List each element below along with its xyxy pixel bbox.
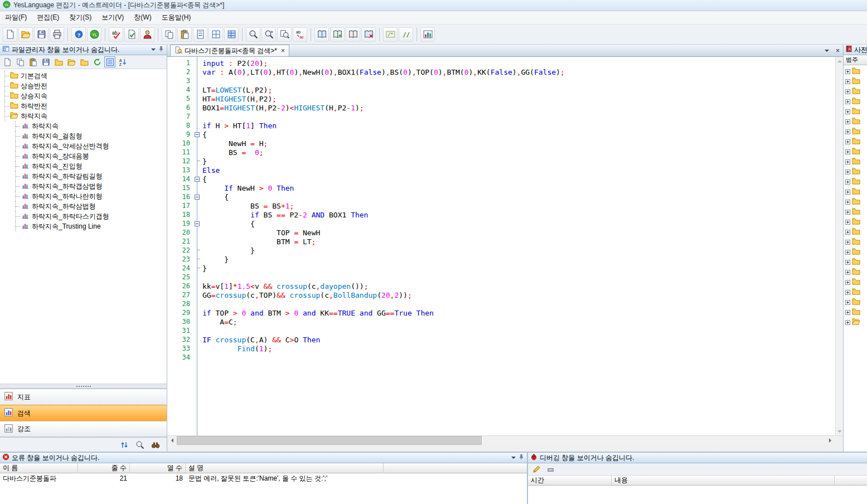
menu-window[interactable]: 창(W) xyxy=(129,11,156,25)
debug-log-save-button[interactable] xyxy=(531,464,542,475)
tree-item[interactable]: 하락지속 xyxy=(0,111,167,121)
dictionary-category-row[interactable] xyxy=(844,96,867,106)
yeslanguage-button[interactable]: YL xyxy=(87,27,101,42)
syntax-verify-button[interactable] xyxy=(124,27,139,42)
dictionary-category-row[interactable] xyxy=(844,297,867,307)
open-folder-button[interactable] xyxy=(66,56,77,67)
expand-plus-icon[interactable] xyxy=(845,180,850,185)
menu-view[interactable]: 보기(V) xyxy=(96,11,129,25)
expand-plus-icon[interactable] xyxy=(845,159,850,164)
dictionary-open-button[interactable] xyxy=(314,27,329,42)
panel-splitter[interactable] xyxy=(0,384,167,389)
expand-plus-icon[interactable] xyxy=(845,250,850,255)
tab-close-all-icon[interactable]: × xyxy=(836,47,840,55)
save-button[interactable] xyxy=(34,27,49,42)
grid-button[interactable] xyxy=(209,27,223,42)
tree-item[interactable]: 하락지속_하락타스키갭형 xyxy=(0,211,167,221)
dictionary-category-row[interactable] xyxy=(844,227,867,237)
debug-log-clear-button[interactable] xyxy=(545,464,556,475)
scroll-up-arrow[interactable] xyxy=(836,57,843,65)
hscroll-track[interactable] xyxy=(177,436,826,445)
sort-order-button[interactable] xyxy=(119,439,130,450)
dictionary-category-row[interactable] xyxy=(844,86,867,96)
copy-item-button[interactable] xyxy=(14,56,26,67)
error-panel-pin-icon[interactable] xyxy=(518,454,525,462)
dictionary-category-row[interactable] xyxy=(844,106,867,117)
tree-item[interactable]: 하락지속_하락삼법형 xyxy=(0,201,167,211)
editor-tab[interactable]: 다바스기준봉돌파<종목 검색>* × xyxy=(170,45,289,56)
dictionary-category-row[interactable] xyxy=(844,66,867,76)
expand-plus-icon[interactable] xyxy=(845,139,850,144)
code-editor[interactable]: 1input : P2(20);2var : A(0),LT(0),HT(0),… xyxy=(167,57,835,435)
find-next-button[interactable] xyxy=(261,27,276,42)
tab-list-chevron-icon[interactable] xyxy=(825,50,829,54)
expand-plus-icon[interactable] xyxy=(845,89,850,94)
report-button[interactable] xyxy=(420,27,435,42)
dictionary-category-row[interactable] xyxy=(844,247,867,257)
view-toggle-button[interactable] xyxy=(104,56,115,67)
menu-file[interactable]: 파일(F) xyxy=(0,11,32,25)
menu-find[interactable]: 찾기(S) xyxy=(64,11,96,25)
tree-item[interactable]: 하락지속_걸침형 xyxy=(0,131,167,141)
paste-button[interactable] xyxy=(177,27,192,42)
dictionary-category-row[interactable] xyxy=(844,317,867,327)
dictionary-category-row[interactable] xyxy=(844,287,867,297)
expand-plus-icon[interactable] xyxy=(845,109,850,114)
error-column-line[interactable]: 줄 수 xyxy=(78,463,130,473)
expand-plus-icon[interactable] xyxy=(845,210,850,215)
user-function-button[interactable] xyxy=(140,27,154,42)
expand-plus-icon[interactable] xyxy=(845,280,850,285)
fold-collapse-button[interactable] xyxy=(195,195,200,200)
up-folder-button[interactable] xyxy=(79,56,90,67)
dictionary-category-row[interactable] xyxy=(844,177,867,187)
fold-collapse-button[interactable] xyxy=(195,177,200,182)
nav-tab-indicator[interactable]: 지표 xyxy=(0,389,167,405)
dictionary-category-header[interactable]: 범주 xyxy=(844,55,867,65)
help-button[interactable]: ? xyxy=(71,27,86,42)
dictionary-category-row[interactable] xyxy=(844,207,867,217)
dictionary-category-row[interactable] xyxy=(844,217,867,227)
paste-item-button[interactable] xyxy=(27,56,38,67)
dictionary-category-row[interactable] xyxy=(844,187,867,197)
tree-item[interactable]: 상승지속 xyxy=(0,91,167,101)
dictionary-category-row[interactable] xyxy=(844,307,867,317)
table-button[interactable] xyxy=(224,27,239,42)
tree-item[interactable]: 기본검색 xyxy=(0,71,167,81)
dictionary-category-row[interactable] xyxy=(844,137,867,147)
find-in-files-button[interactable] xyxy=(277,27,292,42)
block-comment-button[interactable]: /* xyxy=(383,27,398,42)
tree-item[interactable]: 하락지속_하락갭삼법형 xyxy=(0,181,167,191)
scroll-left-arrow[interactable] xyxy=(167,436,177,445)
expand-plus-icon[interactable] xyxy=(845,310,850,315)
tab-close-icon[interactable]: × xyxy=(281,47,285,54)
scroll-down-arrow[interactable] xyxy=(836,428,843,435)
editor-vscrollbar[interactable] xyxy=(835,57,843,435)
dictionary-print-button[interactable] xyxy=(346,27,360,42)
new-item-button[interactable] xyxy=(2,56,13,67)
dictionary-category-row[interactable] xyxy=(844,237,867,247)
dictionary-close-button[interactable] xyxy=(361,27,376,42)
open-file-button[interactable] xyxy=(18,27,33,42)
expand-plus-icon[interactable] xyxy=(845,270,850,275)
sort-button[interactable]: AZ xyxy=(117,56,128,67)
copy-button[interactable] xyxy=(162,27,176,42)
debug-column-time[interactable]: 시간 xyxy=(528,476,612,486)
dictionary-go-button[interactable] xyxy=(330,27,345,42)
new-folder-button[interactable] xyxy=(53,56,64,67)
dictionary-category-row[interactable] xyxy=(844,127,867,137)
nav-tab-highlight[interactable]: 강조 xyxy=(0,421,167,437)
error-column-name[interactable]: 이 름 xyxy=(0,463,78,473)
error-column-col[interactable]: 열 수 xyxy=(130,463,186,473)
vscroll-track[interactable] xyxy=(836,65,843,428)
expand-plus-icon[interactable] xyxy=(845,240,850,245)
replace-button[interactable]: abac xyxy=(293,27,307,42)
dictionary-category-row[interactable] xyxy=(844,117,867,127)
expand-plus-icon[interactable] xyxy=(845,99,850,104)
nav-tab-search[interactable]: 검색 xyxy=(0,405,167,421)
save-item-button[interactable] xyxy=(40,56,51,67)
error-panel-chevron-down-icon[interactable] xyxy=(511,457,516,461)
error-row[interactable]: 다바스기준봉돌파2118문법 에러, 잘못된 토큰:'Name', 올 수 있는… xyxy=(0,473,527,483)
scroll-right-arrow[interactable] xyxy=(826,436,835,445)
menu-help[interactable]: 도움말(H) xyxy=(157,11,196,25)
editor-hscrollbar[interactable] xyxy=(167,436,835,445)
